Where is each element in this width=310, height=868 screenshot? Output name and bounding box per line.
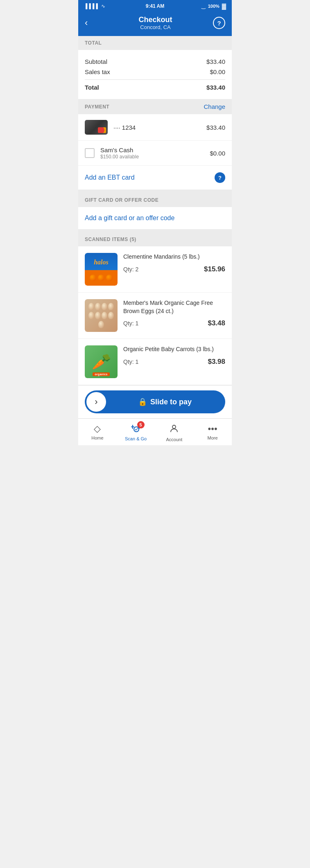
nav-label-scan-go: Scan & Go bbox=[125, 436, 147, 441]
battery-percent: 100% bbox=[208, 4, 219, 9]
subtotal-row: Subtotal $33.40 bbox=[85, 56, 225, 67]
bluetooth-icon: ‿ bbox=[201, 3, 206, 9]
tax-row: Sales tax $0.00 bbox=[85, 67, 225, 77]
status-bar: ▐▐▐▐ ∿ 9:41 AM ‿ 100% ▓ bbox=[78, 0, 232, 11]
item-qty: Qty: 1 bbox=[123, 320, 138, 327]
nav-item-account[interactable]: Account bbox=[155, 422, 194, 444]
nav-label-account: Account bbox=[166, 437, 183, 442]
slide-to-pay-section: › 🔒 Slide to pay bbox=[78, 385, 232, 418]
header: ‹ Checkout Concord, CA ? bbox=[78, 11, 232, 36]
card-amount: $33.40 bbox=[206, 124, 225, 131]
sams-cash-checkbox[interactable] bbox=[85, 148, 95, 158]
sams-cash-label: Sam's Cash bbox=[100, 147, 210, 153]
list-item: Member's Mark Organic Cage Free Brown Eg… bbox=[78, 293, 232, 339]
bottom-navigation: ◇ Home 5 Scan & Go A bbox=[78, 418, 232, 445]
scanned-items-header: SCANNED ITEMS (5) bbox=[78, 232, 232, 246]
home-icon: ◇ bbox=[94, 424, 101, 434]
signal-indicator: ▐▐▐▐ ∿ bbox=[84, 3, 105, 9]
gap-1 bbox=[78, 190, 232, 193]
item-image-eggs bbox=[85, 299, 118, 332]
item-qty: Qty: 1 bbox=[123, 358, 138, 365]
sams-cash-amount: $0.00 bbox=[210, 150, 225, 157]
totals-card: Subtotal $33.40 Sales tax $0.00 Total $3… bbox=[78, 50, 232, 99]
item-price: $3.98 bbox=[208, 358, 225, 366]
list-item: halos Clementine Mandarins (5 lbs.) Qty:… bbox=[78, 246, 232, 293]
credit-card-image bbox=[85, 120, 108, 135]
item-name: Organic Petite Baby Carrots (3 lbs.) bbox=[123, 345, 225, 354]
gift-card-section-header: GIFT CARD OR OFFER CODE bbox=[78, 193, 232, 207]
sams-cash-avail: $150.00 available bbox=[100, 154, 210, 160]
help-button[interactable]: ? bbox=[213, 17, 225, 29]
wifi-icon: ∿ bbox=[101, 3, 105, 9]
slide-circle: › bbox=[86, 392, 106, 412]
item-details: Organic Petite Baby Carrots (3 lbs.) Qty… bbox=[123, 345, 225, 366]
item-qty-price: Qty: 2 $15.96 bbox=[123, 265, 225, 273]
nav-label-more: More bbox=[208, 435, 218, 440]
add-ebt-button[interactable]: Add an EBT card bbox=[85, 174, 135, 181]
tax-value: $0.00 bbox=[210, 68, 225, 75]
payment-label: PAYMENT bbox=[85, 104, 109, 110]
status-right: ‿ 100% ▓ bbox=[201, 3, 226, 9]
chevron-right-icon: › bbox=[95, 397, 97, 407]
credit-card-row: ···· 1234 $33.40 bbox=[78, 114, 232, 141]
payment-card: ···· 1234 $33.40 Sam's Cash $150.00 avai… bbox=[78, 114, 232, 166]
slide-label: 🔒 Slide to pay bbox=[106, 397, 224, 406]
header-title-block: Checkout Concord, CA bbox=[138, 16, 172, 30]
payment-section-header: PAYMENT Change bbox=[78, 99, 232, 114]
scanned-items-list: halos Clementine Mandarins (5 lbs.) Qty:… bbox=[78, 246, 232, 385]
add-gift-card-button[interactable]: Add a gift card or an offer code bbox=[85, 214, 174, 221]
status-time: 9:41 AM bbox=[146, 3, 165, 9]
cart-badge: 5 bbox=[137, 421, 145, 428]
page-title: Checkout bbox=[138, 16, 172, 24]
ebt-row: Add an EBT card ? bbox=[78, 166, 232, 190]
back-button[interactable]: ‹ bbox=[85, 18, 98, 28]
list-item: 🥕 organics Organic Petite Baby Carrots (… bbox=[78, 339, 232, 385]
page-subtitle: Concord, CA bbox=[138, 24, 172, 30]
slide-to-pay-button[interactable]: › 🔒 Slide to pay bbox=[85, 390, 225, 413]
total-section-header: TOTAL bbox=[78, 36, 232, 50]
battery-icon: ▓ bbox=[222, 3, 226, 9]
item-details: Clementine Mandarins (5 lbs.) Qty: 2 $15… bbox=[123, 253, 225, 273]
tax-label: Sales tax bbox=[85, 68, 110, 75]
item-price: $15.96 bbox=[204, 265, 225, 273]
subtotal-label: Subtotal bbox=[85, 58, 107, 65]
svg-point-1 bbox=[172, 425, 176, 428]
gift-card-row: Add a gift card or an offer code bbox=[78, 207, 232, 229]
item-qty: Qty: 2 bbox=[123, 266, 138, 273]
total-row: Total $33.40 bbox=[85, 79, 225, 92]
item-qty-price: Qty: 1 $3.98 bbox=[123, 358, 225, 366]
sams-cash-row[interactable]: Sam's Cash $150.00 available $0.00 bbox=[78, 141, 232, 166]
nav-item-scan-go[interactable]: 5 Scan & Go bbox=[117, 422, 155, 444]
carrot-emoji-icon: 🥕 bbox=[92, 353, 111, 371]
subtotal-value: $33.40 bbox=[206, 58, 225, 65]
nav-item-more[interactable]: ••• More bbox=[193, 422, 232, 444]
sams-cash-info: Sam's Cash $150.00 available bbox=[100, 147, 210, 160]
total-label: Total bbox=[85, 84, 99, 91]
item-name: Clementine Mandarins (5 lbs.) bbox=[123, 253, 225, 261]
item-qty-price: Qty: 1 $3.48 bbox=[123, 319, 225, 327]
account-icon bbox=[169, 424, 179, 436]
item-name: Member's Mark Organic Cage Free Brown Eg… bbox=[123, 299, 225, 315]
item-details: Member's Mark Organic Cage Free Brown Eg… bbox=[123, 299, 225, 327]
more-icon: ••• bbox=[208, 424, 217, 434]
signal-bars-icon: ▐▐▐▐ bbox=[84, 3, 98, 9]
item-price: $3.48 bbox=[208, 319, 225, 327]
gap-2 bbox=[78, 229, 232, 232]
card-mask: ···· 1234 bbox=[113, 124, 206, 131]
item-image-clementine: halos bbox=[85, 253, 118, 286]
item-image-carrots: 🥕 organics bbox=[85, 345, 118, 378]
nav-label-home: Home bbox=[91, 435, 103, 440]
carrot-brand-label: organics bbox=[93, 372, 110, 376]
lock-icon: 🔒 bbox=[138, 397, 147, 406]
ebt-help-button[interactable]: ? bbox=[215, 172, 225, 183]
scan-go-badge-container: 5 bbox=[131, 424, 141, 435]
change-payment-button[interactable]: Change bbox=[204, 103, 225, 110]
total-value: $33.40 bbox=[206, 84, 225, 91]
nav-item-home[interactable]: ◇ Home bbox=[78, 422, 117, 444]
slide-text: Slide to pay bbox=[150, 398, 192, 406]
